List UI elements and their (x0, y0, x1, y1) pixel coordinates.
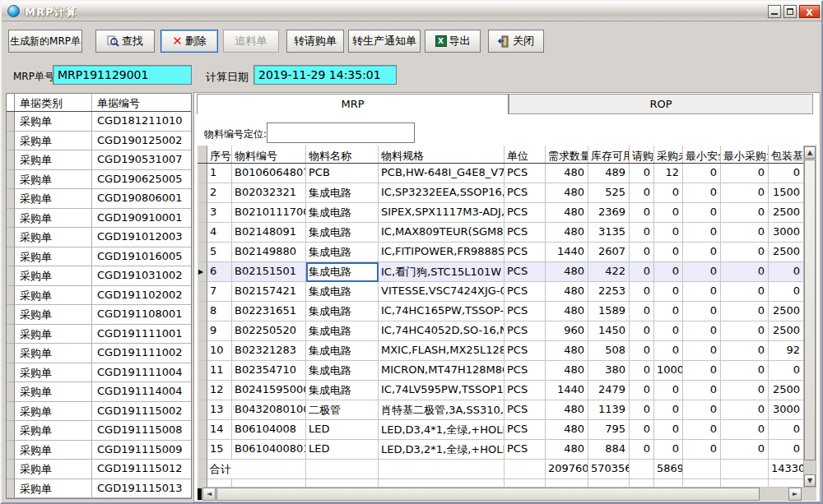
min-purchase-cell[interactable]: 0 (721, 164, 769, 183)
purchased-unreceived-cell[interactable]: 0 (654, 420, 683, 440)
requested-unpurchased-cell[interactable]: 0 (630, 243, 654, 262)
package-base-cell[interactable]: 92 (769, 341, 803, 361)
unit-cell[interactable]: PCS (504, 223, 546, 243)
stock-available-cell[interactable]: 380 (588, 361, 630, 381)
material-row[interactable]: 1 B0106064807 PCB PCB,HW-648I_G4E8_V7_2 … (198, 164, 803, 183)
doc-no-header[interactable]: 单据编号 (92, 94, 191, 111)
package-base-cell[interactable]: 0 (769, 262, 803, 282)
material-spec-header[interactable]: 物料规格 (379, 146, 504, 163)
package-base-cell[interactable]: 2500 (769, 302, 803, 321)
min-safety-cell[interactable]: 0 (683, 341, 721, 361)
package-base-cell[interactable]: 1500 (769, 183, 803, 203)
row-indicator[interactable] (198, 164, 207, 183)
material-name-cell[interactable]: 集成电路 (306, 243, 379, 262)
doc-type-cell[interactable]: 采购单 (15, 247, 92, 267)
stock-available-header[interactable]: 库存可用量 (588, 146, 630, 163)
doc-no-cell[interactable]: CGD191016005 (92, 247, 191, 267)
material-row[interactable]: 6 B02151501 集成电路 IC,看门狗,STC15L101W PCS 4… (198, 262, 803, 282)
demand-qty-cell[interactable]: 480 (546, 183, 588, 203)
unit-cell[interactable]: PCS (504, 282, 546, 302)
material-spec-cell[interactable]: IC,SP3232EEA,SSOP16,3.0 (379, 183, 504, 203)
min-safety-cell[interactable]: 0 (683, 321, 721, 341)
source-doc-row[interactable]: 采购单 CGD190125002 (7, 132, 191, 151)
generate-mrp-button[interactable]: 生成新的MRP单 (8, 30, 82, 53)
row-indicator[interactable] (198, 321, 207, 341)
row-indicator[interactable] (7, 189, 15, 209)
min-safety-cell[interactable]: 0 (683, 164, 721, 183)
min-purchase-cell[interactable]: 0 (721, 400, 769, 420)
material-row[interactable]: 14 B06104008 LED LED,D3,4*1,全绿,+HOLD,D P… (198, 420, 803, 440)
doc-no-cell[interactable]: CGD191111001 (92, 325, 191, 344)
search-button[interactable]: 查找 (95, 30, 155, 53)
unit-cell[interactable]: PCS (504, 341, 546, 361)
doc-no-cell[interactable]: CGD191115013 (92, 479, 191, 499)
doc-type-cell[interactable]: 采购单 (15, 150, 92, 170)
min-purchase-header[interactable]: 最小采购量 (721, 146, 769, 163)
seq-cell[interactable]: 4 (207, 223, 232, 243)
vertical-scroll-thumb[interactable] (804, 160, 816, 460)
material-name-header[interactable]: 物料名称 (306, 146, 379, 163)
material-spec-cell[interactable]: MICRON,MT47H128M8CF- (379, 361, 504, 381)
horizontal-scroll-thumb[interactable] (216, 488, 760, 501)
material-row[interactable]: 11 B02354710 集成电路 MICRON,MT47H128M8CF- P… (198, 361, 803, 381)
doc-type-header[interactable]: 单据类别 (15, 94, 92, 111)
requested-unpurchased-cell[interactable]: 0 (630, 302, 654, 321)
row-indicator[interactable] (198, 282, 207, 302)
material-row[interactable]: 4 B02148091 集成电路 IC,MAX809TEUR(SGM809- P… (198, 223, 803, 243)
requested-unpurchased-cell[interactable]: 0 (630, 282, 654, 302)
purchased-unreceived-cell[interactable]: 0 (654, 400, 683, 420)
row-indicator[interactable] (7, 402, 15, 422)
package-base-cell[interactable]: 0 (769, 164, 803, 183)
doc-no-cell[interactable]: CGD191031002 (92, 266, 191, 286)
doc-no-cell[interactable]: CGD191114004 (92, 382, 191, 402)
doc-type-cell[interactable]: 采购单 (15, 479, 92, 499)
seq-cell[interactable]: 15 (207, 440, 232, 460)
source-doc-row[interactable]: 采购单 CGD191111001 (7, 325, 191, 344)
purchased-unreceived-header[interactable]: 采购未入库量 (654, 146, 683, 163)
stock-available-cell[interactable]: 2479 (588, 381, 630, 400)
doc-type-cell[interactable]: 采购单 (15, 460, 92, 479)
purchased-unreceived-cell[interactable]: 0 (654, 341, 683, 361)
row-indicator[interactable] (7, 209, 15, 229)
min-safety-cell[interactable]: 0 (683, 361, 721, 381)
package-base-cell[interactable]: 3000 (769, 400, 803, 420)
min-safety-cell[interactable]: 0 (683, 400, 721, 420)
min-safety-cell[interactable]: 0 (683, 420, 721, 440)
scroll-right-icon[interactable]: ► (788, 488, 802, 501)
demand-qty-cell[interactable]: 1440 (546, 381, 588, 400)
doc-no-cell[interactable]: CGD191108001 (92, 305, 191, 325)
unit-cell[interactable]: PCS (504, 321, 546, 341)
source-doc-row[interactable]: 采购单 CGD181211010 (7, 112, 191, 132)
close-button[interactable]: X (799, 5, 820, 18)
doc-type-cell[interactable]: 采购单 (15, 189, 92, 209)
source-doc-row[interactable]: 采购单 CGD191114004 (7, 382, 191, 402)
material-row[interactable]: 7 B02157421 集成电路 VITESSE,VSC7424XJG-02, … (198, 282, 803, 302)
demand-qty-cell[interactable]: 480 (546, 282, 588, 302)
material-code-cell[interactable]: B0610400801 (232, 440, 306, 460)
row-indicator[interactable] (198, 361, 207, 381)
purchased-unreceived-cell[interactable]: 0 (654, 282, 683, 302)
row-indicator[interactable] (7, 286, 15, 306)
scroll-up-icon[interactable]: ▲ (804, 146, 816, 159)
material-code-cell[interactable]: B02032321 (232, 183, 306, 203)
seq-cell[interactable]: 1 (207, 164, 232, 183)
tab-rop[interactable]: ROP (509, 94, 813, 114)
package-base-cell[interactable]: 0 (769, 361, 803, 381)
demand-qty-cell[interactable]: 480 (546, 400, 588, 420)
material-code-cell[interactable]: B0106064807 (232, 164, 306, 183)
material-row[interactable]: 8 B02231651 集成电路 IC,74HC165PW,TSSOP-16 P… (198, 302, 803, 321)
material-spec-cell[interactable]: IC,MAX809TEUR(SGM809- (379, 223, 504, 243)
tab-mrp[interactable]: MRP (197, 94, 509, 114)
requested-unpurchased-cell[interactable]: 0 (630, 341, 654, 361)
stock-available-cell[interactable]: 1139 (588, 400, 630, 420)
stock-available-cell[interactable]: 489 (588, 164, 630, 183)
source-doc-row[interactable]: 采购单 CGD190910001 (7, 209, 191, 229)
stock-available-cell[interactable]: 422 (588, 262, 630, 282)
material-code-cell[interactable]: B0210111700 (232, 203, 306, 223)
material-spec-cell[interactable]: PCB,HW-648I_G4E8_V7_2 (379, 164, 504, 183)
doc-type-cell[interactable]: 采购单 (15, 305, 92, 325)
source-doc-row[interactable]: 采购单 CGD190806001 (7, 189, 191, 209)
material-row[interactable]: 13 B0432080100 二极管 肖特基二极管,3A,SS310,SM PC… (198, 400, 803, 420)
demand-qty-cell[interactable]: 480 (546, 341, 588, 361)
doc-no-cell[interactable]: CGD191115009 (92, 441, 191, 460)
